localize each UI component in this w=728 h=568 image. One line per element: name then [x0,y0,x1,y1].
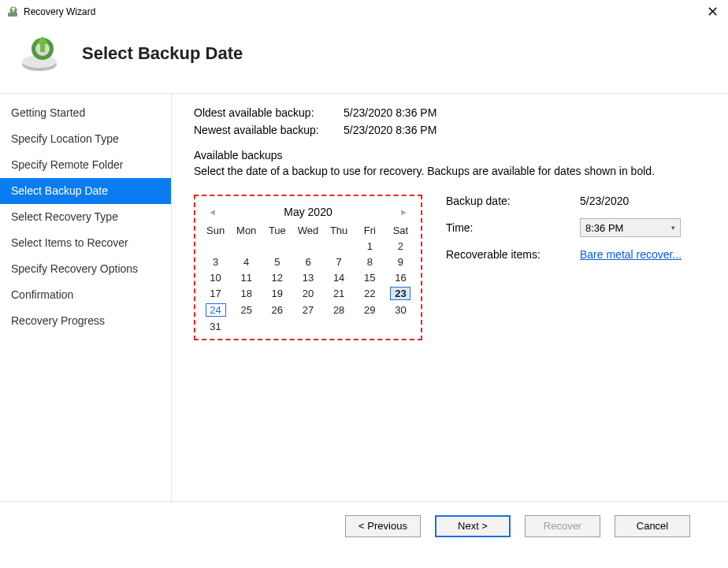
sidebar-step[interactable]: Getting Started [0,100,171,126]
sidebar-step[interactable]: Select Backup Date [0,178,171,204]
calendar-day[interactable]: 6 [292,254,323,269]
calendar-day[interactable]: 8 [355,254,385,269]
sidebar-step[interactable]: Select Items to Recover [0,230,171,256]
calendar-day[interactable]: 10 [200,269,231,285]
calendar-day[interactable]: 12 [262,269,292,285]
backup-time-dropdown[interactable]: 8:36 PM ▾ [580,218,681,237]
calendar-dow: Fri [355,223,385,238]
calendar-day[interactable]: 21 [324,285,355,302]
wizard-footer: < Previous Next > Recover Cancel [0,501,728,550]
previous-button[interactable]: < Previous [345,515,421,537]
calendar-day[interactable]: 31 [200,318,231,334]
backup-date-value: 5/23/2020 [580,195,629,207]
calendar-day [231,238,262,254]
calendar-day [355,318,385,334]
calendar-month-label[interactable]: May 2020 [284,206,332,218]
oldest-backup-value: 5/23/2020 8:36 PM [344,106,436,119]
calendar-day [324,238,355,254]
chevron-down-icon: ▾ [671,224,675,232]
calendar-day[interactable]: 2 [385,238,416,254]
recover-button[interactable]: Recover [525,515,600,537]
oldest-backup-row: Oldest available backup: 5/23/2020 8:36 … [194,106,704,119]
calendar-day[interactable]: 26 [262,302,292,318]
calendar-day[interactable]: 24 [200,302,231,318]
sidebar-step[interactable]: Specify Recovery Options [0,256,171,282]
calendar-dow: Tue [262,223,292,238]
calendar-day[interactable]: 9 [385,254,416,269]
newest-backup-value: 5/23/2020 8:36 PM [344,124,436,136]
sidebar-step[interactable]: Select Recovery Type [0,204,171,230]
wizard-steps-sidebar: Getting StartedSpecify Location TypeSpec… [0,94,172,501]
newest-backup-label: Newest available backup: [194,124,344,136]
calendar-dow: Sun [200,223,231,238]
calendar-dow: Sat [385,223,416,238]
calendar-day[interactable]: 14 [324,269,355,285]
calendar-day[interactable]: 25 [231,302,262,318]
backup-details: Backup date: 5/23/2020 Time: 8:36 PM ▾ R… [446,195,704,340]
backup-time-label: Time: [446,221,580,234]
wizard-main: Oldest available backup: 5/23/2020 8:36 … [172,94,728,501]
wizard-body: Getting StartedSpecify Location TypeSpec… [0,93,728,501]
calendar-header: ◄ May 2020 ► [200,201,416,223]
calendar-next-icon[interactable]: ► [395,206,413,218]
recoverable-items-link[interactable]: Bare metal recover... [580,248,682,261]
calendar-day[interactable]: 18 [231,285,262,302]
oldest-backup-label: Oldest available backup: [194,106,344,119]
calendar-prev-icon[interactable]: ◄ [203,206,221,218]
backup-date-label: Backup date: [446,195,580,207]
calendar-day[interactable]: 13 [292,269,323,285]
calendar-day[interactable]: 27 [292,302,323,318]
calendar-dow: Thu [324,223,355,238]
calendar-day[interactable]: 5 [262,254,292,269]
window-titlebar: Recovery Wizard ✕ [0,0,728,24]
calendar-day[interactable]: 23 [385,285,416,302]
page-title: Select Backup Date [82,43,243,64]
backup-time-value: 8:36 PM [585,222,623,234]
recoverable-items-label: Recoverable items: [446,248,580,261]
calendar-dow: Mon [231,223,262,238]
wizard-header: Select Backup Date [0,24,728,93]
calendar-day[interactable]: 4 [231,254,262,269]
app-icon [6,6,19,18]
cancel-button[interactable]: Cancel [615,515,690,537]
sidebar-step[interactable]: Confirmation [0,282,171,308]
calendar-day [262,318,292,334]
window-title: Recovery Wizard [24,6,703,17]
close-icon[interactable]: ✕ [703,3,722,20]
calendar-highlight-frame: ◄ May 2020 ► SunMonTueWedThuFriSat 12345… [194,195,422,340]
available-backups-title: Available backups [194,149,704,161]
available-backups-subtitle: Select the date of a backup to use for r… [194,165,704,177]
calendar-day[interactable]: 11 [231,269,262,285]
calendar-day[interactable]: 20 [292,285,323,302]
newest-backup-row: Newest available backup: 5/23/2020 8:36 … [194,124,704,136]
sidebar-step[interactable]: Recovery Progress [0,308,171,334]
wizard-header-icon [19,33,60,74]
sidebar-step[interactable]: Specify Remote Folder [0,152,171,178]
calendar-day[interactable]: 15 [355,269,385,285]
calendar-day [231,318,262,334]
calendar-day[interactable]: 19 [262,285,292,302]
calendar-day[interactable]: 30 [385,302,416,318]
calendar-day[interactable]: 22 [355,285,385,302]
calendar-day [200,238,231,254]
calendar-grid: SunMonTueWedThuFriSat 123456789101112131… [200,223,416,334]
calendar-day[interactable]: 29 [355,302,385,318]
calendar-day[interactable]: 1 [355,238,385,254]
next-button[interactable]: Next > [435,515,511,537]
calendar-day[interactable]: 17 [200,285,231,302]
calendar-day[interactable]: 3 [200,254,231,269]
calendar-day [262,238,292,254]
calendar[interactable]: ◄ May 2020 ► SunMonTueWedThuFriSat 12345… [200,201,416,334]
sidebar-step[interactable]: Specify Location Type [0,126,171,152]
calendar-day [385,318,416,334]
calendar-day [292,318,323,334]
calendar-day [292,238,323,254]
calendar-dow: Wed [292,223,323,238]
calendar-day[interactable]: 28 [324,302,355,318]
calendar-day[interactable]: 16 [385,269,416,285]
calendar-day [324,318,355,334]
calendar-day[interactable]: 7 [324,254,355,269]
